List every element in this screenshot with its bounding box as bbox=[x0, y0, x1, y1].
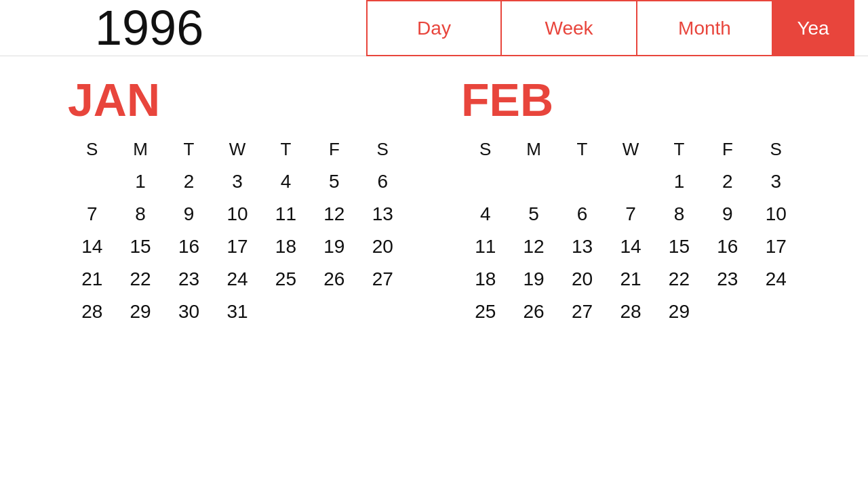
feb-r1c6[interactable]: 2 bbox=[703, 168, 751, 195]
month-jan: JAN S M T W T F S 1 2 3 4 5 6 7 8 9 10 1… bbox=[41, 77, 434, 325]
feb-hdr-t2: T bbox=[655, 136, 703, 163]
feb-r4c2[interactable]: 19 bbox=[509, 266, 557, 293]
feb-r5c5[interactable]: 29 bbox=[655, 298, 703, 325]
jan-r5c7 bbox=[359, 298, 407, 325]
jan-r4c6[interactable]: 26 bbox=[310, 266, 358, 293]
tab-week[interactable]: Week bbox=[502, 0, 637, 56]
feb-r3c1[interactable]: 11 bbox=[461, 233, 509, 260]
jan-r1c4[interactable]: 3 bbox=[213, 168, 261, 195]
feb-hdr-s: S bbox=[461, 136, 509, 163]
feb-r1c7[interactable]: 3 bbox=[752, 168, 800, 195]
feb-r2c4[interactable]: 7 bbox=[606, 201, 654, 228]
feb-r2c7[interactable]: 10 bbox=[752, 201, 800, 228]
feb-r3c7[interactable]: 17 bbox=[752, 233, 800, 260]
jan-hdr-t: T bbox=[165, 136, 213, 163]
calendar-area: JAN S M T W T F S 1 2 3 4 5 6 7 8 9 10 1… bbox=[0, 56, 868, 346]
jan-grid: S M T W T F S 1 2 3 4 5 6 7 8 9 10 11 12… bbox=[68, 136, 407, 325]
year-title: 1996 bbox=[95, 3, 203, 52]
feb-hdr-m: M bbox=[509, 136, 557, 163]
jan-r3c1[interactable]: 14 bbox=[68, 233, 116, 260]
feb-r2c2[interactable]: 5 bbox=[509, 201, 557, 228]
jan-r1c3[interactable]: 2 bbox=[165, 168, 213, 195]
jan-r2c6[interactable]: 12 bbox=[310, 201, 358, 228]
feb-hdr-w: W bbox=[606, 136, 654, 163]
feb-r5c1[interactable]: 25 bbox=[461, 298, 509, 325]
feb-r1c3 bbox=[558, 168, 606, 195]
feb-r1c5[interactable]: 1 bbox=[655, 168, 703, 195]
month-feb-title: FEB bbox=[461, 77, 800, 123]
month-jan-title: JAN bbox=[68, 77, 407, 123]
feb-hdr-s2: S bbox=[752, 136, 800, 163]
jan-hdr-s2: S bbox=[359, 136, 407, 163]
feb-r5c3[interactable]: 27 bbox=[558, 298, 606, 325]
jan-r1c7[interactable]: 6 bbox=[359, 168, 407, 195]
jan-hdr-t2: T bbox=[262, 136, 310, 163]
feb-r2c1[interactable]: 4 bbox=[461, 201, 509, 228]
jan-r4c7[interactable]: 27 bbox=[359, 266, 407, 293]
jan-r1c5[interactable]: 4 bbox=[262, 168, 310, 195]
feb-hdr-f: F bbox=[703, 136, 751, 163]
feb-r3c2[interactable]: 12 bbox=[509, 233, 557, 260]
jan-r5c1[interactable]: 28 bbox=[68, 298, 116, 325]
feb-r4c6[interactable]: 23 bbox=[703, 266, 751, 293]
feb-grid: S M T W T F S 1 2 3 4 5 6 7 8 9 10 11 12 bbox=[461, 136, 800, 325]
feb-r3c6[interactable]: 16 bbox=[703, 233, 751, 260]
jan-r1c6[interactable]: 5 bbox=[310, 168, 358, 195]
jan-r3c4[interactable]: 17 bbox=[213, 233, 261, 260]
jan-r4c5[interactable]: 25 bbox=[262, 266, 310, 293]
jan-r3c2[interactable]: 15 bbox=[116, 233, 164, 260]
feb-r4c7[interactable]: 24 bbox=[752, 266, 800, 293]
jan-r1c2[interactable]: 1 bbox=[116, 168, 164, 195]
feb-r4c4[interactable]: 21 bbox=[606, 266, 654, 293]
feb-r4c3[interactable]: 20 bbox=[558, 266, 606, 293]
feb-r2c6[interactable]: 9 bbox=[703, 201, 751, 228]
feb-r5c6 bbox=[703, 298, 751, 325]
feb-r4c5[interactable]: 22 bbox=[655, 266, 703, 293]
jan-hdr-m: M bbox=[116, 136, 164, 163]
jan-r5c2[interactable]: 29 bbox=[116, 298, 164, 325]
jan-r5c4[interactable]: 31 bbox=[213, 298, 261, 325]
jan-r3c3[interactable]: 16 bbox=[165, 233, 213, 260]
feb-r1c1 bbox=[461, 168, 509, 195]
tab-month[interactable]: Month bbox=[637, 0, 773, 56]
tab-day[interactable]: Day bbox=[366, 0, 502, 56]
jan-r2c2[interactable]: 8 bbox=[116, 201, 164, 228]
jan-r3c6[interactable]: 19 bbox=[310, 233, 358, 260]
feb-r2c5[interactable]: 8 bbox=[655, 201, 703, 228]
jan-r2c1[interactable]: 7 bbox=[68, 201, 116, 228]
jan-r5c6 bbox=[310, 298, 358, 325]
feb-r3c5[interactable]: 15 bbox=[655, 233, 703, 260]
jan-r4c4[interactable]: 24 bbox=[213, 266, 261, 293]
feb-r1c2 bbox=[509, 168, 557, 195]
jan-r4c3[interactable]: 23 bbox=[165, 266, 213, 293]
jan-r5c5 bbox=[262, 298, 310, 325]
feb-r5c2[interactable]: 26 bbox=[509, 298, 557, 325]
month-feb: FEB S M T W T F S 1 2 3 4 5 6 7 8 9 10 bbox=[434, 77, 827, 325]
feb-r5c7 bbox=[752, 298, 800, 325]
tab-group: Day Week Month Yea bbox=[366, 0, 854, 56]
feb-r5c4[interactable]: 28 bbox=[606, 298, 654, 325]
feb-hdr-t: T bbox=[558, 136, 606, 163]
jan-hdr-w: W bbox=[213, 136, 261, 163]
header: 1996 Day Week Month Yea bbox=[0, 0, 868, 56]
feb-r4c1[interactable]: 18 bbox=[461, 266, 509, 293]
feb-r2c3[interactable]: 6 bbox=[558, 201, 606, 228]
jan-r2c5[interactable]: 11 bbox=[262, 201, 310, 228]
tab-year[interactable]: Yea bbox=[773, 0, 854, 56]
feb-r1c4 bbox=[606, 168, 654, 195]
jan-r4c1[interactable]: 21 bbox=[68, 266, 116, 293]
jan-r3c7[interactable]: 20 bbox=[359, 233, 407, 260]
jan-r2c7[interactable]: 13 bbox=[359, 201, 407, 228]
feb-r3c3[interactable]: 13 bbox=[558, 233, 606, 260]
jan-r4c2[interactable]: 22 bbox=[116, 266, 164, 293]
jan-hdr-s: S bbox=[68, 136, 116, 163]
jan-r3c5[interactable]: 18 bbox=[262, 233, 310, 260]
jan-r1c1 bbox=[68, 168, 116, 195]
feb-r3c4[interactable]: 14 bbox=[606, 233, 654, 260]
jan-r2c4[interactable]: 10 bbox=[213, 201, 261, 228]
jan-hdr-f: F bbox=[310, 136, 358, 163]
jan-r5c3[interactable]: 30 bbox=[165, 298, 213, 325]
jan-r2c3[interactable]: 9 bbox=[165, 201, 213, 228]
